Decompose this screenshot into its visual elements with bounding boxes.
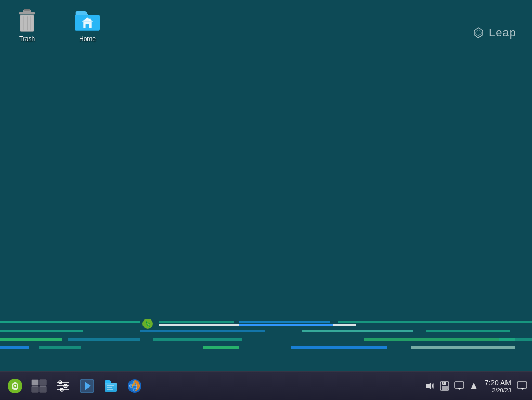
decorative-lines: 🦎 <box>0 319 532 371</box>
svg-rect-45 <box>442 386 448 390</box>
svg-text:🦎: 🦎 <box>145 321 151 327</box>
trash-label: Trash <box>19 35 35 43</box>
leap-branding: Leap <box>472 26 516 39</box>
svg-rect-11 <box>89 19 90 21</box>
taskbar: 7:20 AM 2/20/23 <box>0 371 532 400</box>
clock-date: 2/20/23 <box>485 387 511 393</box>
volume-tray-icon[interactable] <box>424 380 436 392</box>
svg-rect-6 <box>24 9 30 11</box>
clock[interactable]: 7:20 AM 2/20/23 <box>483 379 513 393</box>
svg-rect-47 <box>455 382 464 388</box>
display-tray-icon[interactable] <box>453 380 465 392</box>
disk-tray-icon[interactable] <box>439 380 450 392</box>
svg-point-29 <box>61 389 63 391</box>
taskbar-left <box>4 375 146 397</box>
svg-point-26 <box>65 385 67 387</box>
svg-rect-18 <box>40 380 46 385</box>
svg-rect-19 <box>32 386 38 392</box>
svg-point-23 <box>60 382 61 383</box>
leap-logo-icon <box>472 26 485 39</box>
screen-corner-icon[interactable] <box>516 380 528 392</box>
svg-marker-42 <box>426 383 431 389</box>
svg-marker-50 <box>471 383 477 389</box>
system-control-button[interactable] <box>52 375 74 397</box>
svg-rect-51 <box>517 382 527 388</box>
taskbar-right: 7:20 AM 2/20/23 <box>424 379 528 393</box>
clock-time: 7:20 AM <box>485 379 511 387</box>
leap-text: Leap <box>489 26 516 39</box>
home-folder-image <box>75 8 100 33</box>
svg-rect-17 <box>32 380 38 385</box>
svg-rect-20 <box>40 386 46 392</box>
svg-rect-10 <box>86 24 89 28</box>
launcher-button[interactable] <box>76 375 98 397</box>
svg-point-16 <box>14 385 16 387</box>
svg-rect-46 <box>443 382 444 384</box>
opensuse-menu-button[interactable] <box>4 375 26 397</box>
files-manager-button[interactable] <box>100 375 122 397</box>
desktop: Trash Home <box>0 0 532 371</box>
home-folder-icon[interactable]: Home <box>67 6 108 45</box>
trash-icon-image <box>15 8 40 33</box>
home-label: Home <box>79 35 96 43</box>
workspace-switcher-button[interactable] <box>28 375 50 397</box>
trash-icon[interactable]: Trash <box>6 6 48 45</box>
firefox-button[interactable] <box>124 375 146 397</box>
notifications-tray-icon[interactable] <box>468 380 479 392</box>
opensuse-gecko-logo: 🦎 <box>141 319 154 330</box>
